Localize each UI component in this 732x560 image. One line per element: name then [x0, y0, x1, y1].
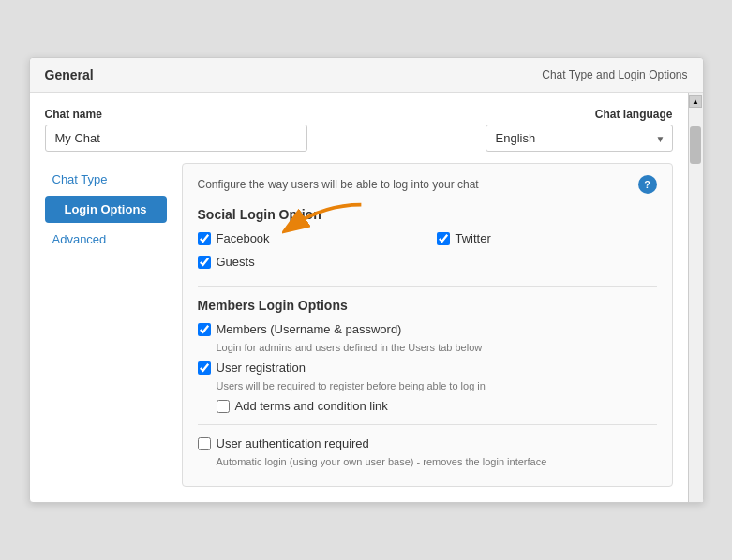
- members-login-section: Members Login Options Members (Username …: [198, 298, 657, 413]
- scrollbar-area: Chat name Chat language English Spanish …: [30, 93, 703, 502]
- content-panel: Configure the way users will be able to …: [182, 163, 673, 487]
- user-registration-label[interactable]: User registration: [217, 361, 306, 375]
- chat-name-input[interactable]: [45, 125, 307, 152]
- user-auth-description: Automatic login (using your own user bas…: [217, 456, 657, 467]
- window-header: General Chat Type and Login Options: [30, 58, 703, 93]
- social-options-grid: Facebook Twitter Guests: [198, 231, 657, 274]
- user-registration-row: User registration: [198, 361, 657, 375]
- chat-name-label: Chat name: [45, 108, 307, 121]
- twitter-label[interactable]: Twitter: [456, 231, 491, 245]
- guests-row: Guests: [198, 255, 418, 269]
- twitter-checkbox[interactable]: [437, 232, 450, 245]
- user-registration-description: Users will be required to register befor…: [217, 380, 657, 391]
- info-text: Configure the way users will be able to …: [198, 178, 479, 191]
- scrollbar-thumb[interactable]: [690, 126, 701, 164]
- members-label[interactable]: Members (Username & password): [217, 322, 402, 336]
- chat-name-group: Chat name: [45, 108, 307, 152]
- sidebar-item-login-options[interactable]: Login Options: [45, 196, 167, 223]
- window-title: General: [45, 67, 94, 82]
- chat-language-label: Chat language: [595, 108, 673, 121]
- layout-row: Chat Type Login Options Advanced Configu…: [45, 163, 673, 487]
- terms-checkbox[interactable]: [217, 400, 230, 413]
- sidebar-item-advanced[interactable]: Advanced: [45, 227, 167, 252]
- user-auth-row: User authentication required: [198, 436, 657, 450]
- form-top-row: Chat name Chat language English Spanish …: [45, 108, 673, 152]
- info-row: Configure the way users will be able to …: [198, 175, 657, 194]
- help-icon[interactable]: ?: [638, 175, 657, 194]
- facebook-checkbox[interactable]: [198, 232, 211, 245]
- user-auth-section: User authentication required Automatic l…: [198, 436, 657, 467]
- user-auth-label[interactable]: User authentication required: [217, 436, 369, 450]
- terms-row: Add terms and condition link: [217, 399, 657, 413]
- social-login-title: Social Login Option: [198, 207, 657, 222]
- divider-2: [198, 424, 657, 425]
- user-auth-checkbox[interactable]: [198, 437, 211, 450]
- social-login-section: Social Login Option Facebook Twitter: [198, 207, 657, 274]
- terms-label[interactable]: Add terms and condition link: [235, 399, 388, 413]
- members-description: Login for admins and users defined in th…: [217, 342, 657, 353]
- facebook-row: Facebook: [198, 231, 418, 245]
- guests-checkbox[interactable]: [198, 256, 211, 269]
- chat-language-group: Chat language English Spanish French Ger…: [486, 108, 673, 152]
- scrollbar: ▲: [688, 93, 703, 502]
- members-row: Members (Username & password): [198, 322, 657, 336]
- language-select-wrapper: English Spanish French German: [486, 125, 673, 152]
- sidebar-item-chat-type[interactable]: Chat Type: [45, 167, 167, 192]
- sidebar: Chat Type Login Options Advanced: [45, 163, 167, 487]
- language-select[interactable]: English Spanish French German: [486, 125, 673, 152]
- main-window: General Chat Type and Login Options Chat…: [29, 57, 704, 503]
- members-login-title: Members Login Options: [198, 298, 657, 313]
- window-subtitle: Chat Type and Login Options: [542, 68, 687, 81]
- divider-1: [198, 286, 657, 287]
- facebook-label[interactable]: Facebook: [217, 231, 270, 245]
- guests-label[interactable]: Guests: [217, 255, 255, 269]
- user-registration-checkbox[interactable]: [198, 361, 211, 375]
- twitter-row: Twitter: [437, 231, 657, 245]
- scrollbar-up-arrow[interactable]: ▲: [689, 95, 702, 108]
- main-content: Chat name Chat language English Spanish …: [30, 93, 688, 502]
- members-checkbox[interactable]: [198, 323, 211, 336]
